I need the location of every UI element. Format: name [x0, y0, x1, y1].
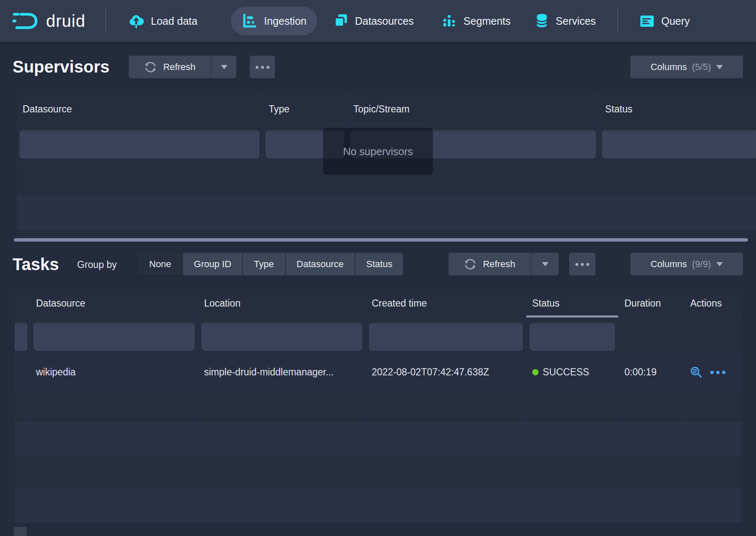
nav-item-label: Load data: [151, 15, 197, 27]
chevron-down-icon: [542, 262, 549, 266]
task-status-cell: SUCCESS: [526, 356, 619, 388]
group-by-group-id-button[interactable]: Group ID: [183, 253, 243, 276]
task-created-time-cell: 2022-08-02T07:42:47.638Z: [366, 356, 526, 388]
nav-item-ingestion-active[interactable]: Ingestion: [231, 7, 317, 35]
supervisor-datasource-filter-input[interactable]: [20, 130, 259, 158]
stacked-bars-icon: [441, 13, 457, 29]
tasks-table: Datasource Location Created time Status …: [15, 289, 742, 523]
column-header-status-sorted[interactable]: Status: [526, 289, 619, 317]
columns-count: (9/9): [692, 259, 711, 270]
task-datasource-cell: wikipedia: [30, 356, 198, 388]
group-by-none-button[interactable]: None: [138, 253, 183, 276]
nav-divider: [105, 9, 106, 33]
status-label: SUCCESS: [543, 367, 589, 378]
logo-text: druid: [46, 12, 85, 31]
supervisors-more-button[interactable]: [250, 56, 275, 78]
empty-row: [17, 196, 756, 229]
tasks-more-button[interactable]: [569, 253, 595, 276]
nav-item-label: Datasources: [355, 15, 414, 27]
column-header-topic-stream[interactable]: Topic/Stream: [347, 94, 599, 124]
task-datasource-filter-input[interactable]: [34, 323, 194, 351]
supervisors-columns-button[interactable]: Columns (5/5): [630, 56, 743, 78]
supervisors-refresh-button[interactable]: Refresh: [129, 56, 211, 78]
gantt-chart-icon: [242, 13, 258, 29]
nav-item-services[interactable]: Services: [534, 0, 596, 42]
more-icon: [575, 263, 589, 266]
chevron-down-icon: [221, 65, 228, 69]
task-detail-magnifier-icon[interactable]: [690, 366, 703, 379]
refresh-label: Refresh: [163, 62, 195, 73]
column-header-blank: [15, 289, 30, 317]
task-actions-cell: [684, 356, 742, 388]
console-icon: [639, 13, 655, 29]
task-created-time-filter-input[interactable]: [369, 323, 523, 351]
nav-item-segments[interactable]: Segments: [441, 0, 511, 42]
tasks-header-row: Datasource Location Created time Status …: [15, 289, 742, 318]
group-by-datasource-button[interactable]: Datasource: [286, 253, 356, 276]
task-status-filter-input[interactable]: [530, 323, 615, 351]
tasks-filter-row: [15, 318, 742, 356]
status-success-dot: [532, 369, 539, 375]
nav-item-label: Ingestion: [264, 15, 306, 27]
nav-item-load-data[interactable]: Load data: [128, 0, 197, 42]
task-duration-cell: 0:00:19: [619, 356, 684, 388]
druid-logo[interactable]: druid: [13, 0, 85, 42]
empty-row: [15, 422, 742, 455]
database-icon: [534, 12, 549, 30]
tasks-title: Tasks: [13, 255, 59, 274]
tasks-refresh-button[interactable]: Refresh: [448, 253, 531, 276]
tasks-refresh-split-button: Refresh: [448, 253, 559, 276]
column-header-datasource[interactable]: Datasource: [30, 289, 198, 317]
nav-divider: [617, 9, 618, 33]
column-header-type[interactable]: Type: [263, 94, 347, 124]
supervisors-refresh-split-button: Refresh: [129, 56, 236, 78]
druid-logo-icon: [13, 10, 40, 31]
cloud-upload-icon: [128, 13, 145, 29]
tasks-refresh-interval-button[interactable]: [531, 253, 559, 276]
refresh-icon: [144, 60, 157, 74]
nav-item-query[interactable]: Query: [639, 0, 690, 42]
group-by-label: Group by: [77, 259, 117, 271]
task-row-wikipedia: wikipedia simple-druid-middlemanager... …: [15, 356, 742, 388]
column-header-status[interactable]: Status: [599, 94, 756, 124]
supervisors-title: Supervisors: [13, 57, 109, 76]
tasks-horizontal-scrollbar[interactable]: [14, 527, 27, 536]
column-header-duration[interactable]: Duration: [619, 289, 684, 317]
column-header-datasource[interactable]: Datasource: [17, 94, 263, 124]
empty-row: [15, 455, 742, 489]
supervisors-header-row: Datasource Type Topic/Stream Status: [17, 94, 756, 125]
columns-label: Columns: [650, 62, 687, 73]
task-row-blank-cell: [15, 356, 30, 388]
nav-item-label: Segments: [463, 15, 511, 27]
chevron-down-icon: [716, 262, 723, 266]
nav-item-label: Query: [661, 15, 690, 27]
column-header-location[interactable]: Location: [198, 289, 366, 317]
task-actions-more-icon[interactable]: [710, 371, 725, 374]
no-supervisors-message: No supervisors: [323, 128, 433, 175]
columns-count: (5/5): [692, 62, 711, 73]
refresh-label: Refresh: [483, 259, 515, 270]
group-by-type-button[interactable]: Type: [243, 253, 286, 276]
nav-item-label: Services: [556, 15, 596, 27]
chevron-down-icon: [716, 65, 723, 69]
top-navbar: druid Load data: [0, 0, 756, 42]
nav-item-datasources[interactable]: Datasources: [333, 0, 414, 42]
empty-row-partial: [17, 229, 756, 238]
layers-icon: [333, 13, 349, 29]
empty-row: [15, 489, 742, 523]
columns-label: Columns: [650, 259, 687, 270]
column-header-created-time[interactable]: Created time: [366, 289, 526, 317]
group-by-button-group: None Group ID Type Datasource Status: [138, 253, 403, 276]
tasks-columns-button[interactable]: Columns (9/9): [630, 253, 743, 276]
column-header-actions[interactable]: Actions: [684, 289, 742, 317]
supervisor-status-filter-input[interactable]: [602, 130, 756, 158]
task-location-cell: simple-druid-middlemanager...: [198, 356, 366, 388]
supervisors-refresh-interval-button[interactable]: [211, 56, 236, 78]
more-icon: [256, 66, 269, 69]
group-by-status-button[interactable]: Status: [355, 253, 403, 276]
task-location-filter-input[interactable]: [202, 323, 362, 351]
empty-row: [15, 388, 742, 422]
supervisors-horizontal-scrollbar[interactable]: [14, 238, 748, 242]
refresh-icon: [463, 258, 477, 271]
task-id-filter-input[interactable]: [15, 323, 27, 351]
